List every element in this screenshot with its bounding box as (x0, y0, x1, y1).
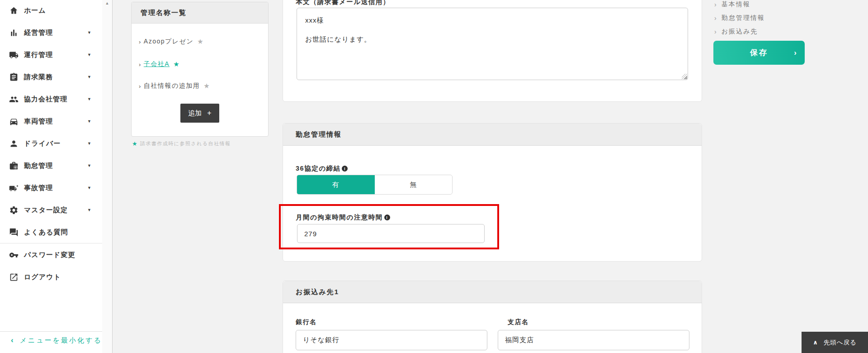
sidebar-item-vehicles[interactable]: 車両管理 ▼ (0, 114, 102, 129)
chevron-down-icon: ▼ (87, 30, 91, 35)
sidebar-item-label: よくある質問 (24, 228, 68, 237)
panel-title: 管理名称一覧 (141, 9, 187, 17)
sidebar-item-label: 協力会社管理 (24, 95, 67, 104)
branch-name-label: 支店名 (508, 318, 529, 326)
sidebar-item-management[interactable]: 経営管理 ▼ (0, 25, 102, 40)
home-icon (8, 5, 19, 16)
sidebar-item-accidents[interactable]: 事故管理 ▼ (0, 180, 102, 196)
sidebar-item-partners[interactable]: 協力会社管理 ▼ (0, 91, 102, 107)
monthly-restraint-label-text: 月間の拘束時間の注意時間 (296, 213, 383, 222)
save-button-label: 保存 (750, 48, 768, 57)
chevron-down-icon: ▼ (87, 208, 91, 212)
company-item-azoop-presen[interactable]: › Azoopプレゼン ★ (139, 38, 204, 46)
info-icon[interactable]: ! (342, 166, 348, 172)
attendance-info-card: 勤怠管理情報 36協定の締結 ! 有 無 月間の拘束時間の注意時間 ! (283, 123, 702, 262)
bank-transfer-card: お振込み先1 銀行名 支店名 (283, 281, 702, 353)
sidebar: ホーム 経営管理 ▼ 運行管理 ▼ 請求業務 ▼ 協力会社管理 ▼ 車両管理 ▼ (0, 0, 102, 353)
app-window: ホーム 経営管理 ▼ 運行管理 ▼ 請求業務 ▼ 協力会社管理 ▼ 車両管理 ▼ (0, 0, 868, 353)
agreement-label: 36協定の締結 ! (296, 164, 348, 173)
anchor-link-basic-info[interactable]: › 基本情報 (714, 0, 750, 9)
group-icon (8, 94, 19, 105)
key-icon (8, 249, 19, 260)
chevron-down-icon: ▼ (87, 75, 91, 79)
sidebar-item-attendance[interactable]: 勤怠管理 ▼ (0, 158, 102, 173)
chat-icon (8, 227, 19, 238)
agreement-toggle: 有 無 (297, 175, 453, 195)
attendance-card-header: 勤怠管理情報 (283, 124, 702, 146)
bank-card-header: お振込み先1 (283, 281, 702, 303)
sidebar-scrollbar[interactable]: ▲ (102, 0, 113, 353)
anchor-link-label: 勤怠管理情報 (722, 14, 765, 22)
star-icon: ★ (132, 140, 137, 147)
back-to-top-button[interactable]: ∧ 先頭へ戻る (802, 332, 868, 353)
chevron-down-icon: ▼ (87, 97, 91, 101)
sidebar-item-billing[interactable]: 請求業務 ▼ (0, 69, 102, 85)
management-name-panel-header: 管理名称一覧 (132, 2, 268, 24)
chevron-right-icon: › (714, 28, 717, 35)
bank-card-title: お振込み先1 (296, 288, 339, 296)
toggle-option-yes[interactable]: 有 (297, 175, 375, 194)
sidebar-item-label: 経営管理 (24, 29, 53, 37)
company-item-jisha-joho[interactable]: › 自社情報の追加用 ★ (139, 82, 210, 90)
attendance-card-title: 勤怠管理情報 (296, 130, 342, 139)
star-icon: ★ (197, 38, 204, 46)
sidebar-item-label: 運行管理 (24, 51, 53, 59)
bank-name-input[interactable] (296, 330, 487, 350)
collapse-menu-button[interactable]: ‹ メニューを最小化する (11, 336, 102, 345)
mail-body-label: 本文（請求書メール送信用） (296, 0, 390, 6)
company-item-label: 子会社A (144, 60, 170, 68)
sidebar-item-faq[interactable]: よくある質問 (0, 224, 102, 240)
chevron-down-icon: ▼ (87, 141, 91, 146)
basic-info-card: 本文（請求書メール送信用） xxx様 お世話になります。 (283, 0, 702, 102)
chevron-left-icon: ‹ (11, 336, 14, 345)
sidebar-item-label: マスター設定 (24, 206, 68, 215)
gear-icon (8, 205, 19, 215)
accident-truck-icon (8, 182, 19, 193)
add-button-label: 追加 (188, 109, 202, 118)
sidebar-item-drivers[interactable]: ドライバー ▼ (0, 136, 102, 151)
bank-name-label: 銀行名 (296, 318, 317, 326)
textarea-resize-grip[interactable] (682, 74, 687, 79)
sidebar-item-home[interactable]: ホーム (0, 3, 102, 18)
sidebar-item-logout[interactable]: ログアウト (0, 269, 102, 285)
management-name-panel: 管理名称一覧 › Azoopプレゼン ★ › 子会社A ★ › 自社情報の追加用… (131, 2, 269, 137)
scroll-up-arrow-icon[interactable]: ▲ (102, 1, 112, 5)
branch-name-input[interactable] (498, 330, 689, 350)
save-button[interactable]: 保存 › (713, 41, 805, 65)
info-icon[interactable]: ! (384, 215, 390, 220)
toggle-option-no[interactable]: 無 (375, 175, 453, 194)
sidebar-item-label: パスワード変更 (24, 251, 75, 259)
plus-icon: + (207, 109, 211, 117)
chevron-right-icon: › (139, 61, 142, 68)
chevron-right-icon: › (139, 83, 142, 90)
sidebar-item-label: ログアウト (24, 273, 61, 281)
anchor-link-label: お振込み先 (722, 28, 758, 36)
collapse-menu-label: メニューを最小化する (20, 336, 102, 345)
sidebar-item-change-password[interactable]: パスワード変更 (0, 247, 102, 262)
anchor-link-label: 基本情報 (722, 0, 750, 9)
sidebar-item-label: 勤怠管理 (24, 162, 53, 170)
sidebar-item-label: ドライバー (24, 139, 61, 148)
sidebar-divider (0, 243, 102, 243)
clipboard-icon (8, 72, 19, 82)
chevron-right-icon: › (794, 48, 797, 57)
chevron-down-icon: ▼ (87, 186, 91, 190)
monthly-restraint-input[interactable] (297, 224, 485, 243)
car-icon (8, 116, 19, 127)
anchor-link-attendance[interactable]: › 勤怠管理情報 (714, 14, 765, 22)
sidebar-item-operation[interactable]: 運行管理 ▼ (0, 47, 102, 62)
chevron-right-icon: › (139, 38, 142, 45)
sidebar-footer-divider (0, 331, 102, 332)
sidebar-item-master-settings[interactable]: マスター設定 ▼ (0, 202, 102, 218)
company-item-kogaisha-a[interactable]: › 子会社A ★ (139, 60, 180, 68)
add-button[interactable]: 追加 + (180, 104, 219, 123)
company-item-label: 自社情報の追加用 (144, 82, 200, 90)
agreement-label-text: 36協定の締結 (296, 164, 340, 173)
anchor-link-bank[interactable]: › お振込み先 (714, 28, 758, 36)
mail-body-textarea[interactable]: xxx様 お世話になります。 (297, 8, 688, 80)
star-icon: ★ (173, 60, 180, 68)
chevron-down-icon: ▼ (87, 52, 91, 57)
chevron-down-icon: ▼ (87, 119, 91, 124)
truck-icon (8, 49, 19, 60)
chevron-down-icon: ▼ (87, 163, 91, 168)
